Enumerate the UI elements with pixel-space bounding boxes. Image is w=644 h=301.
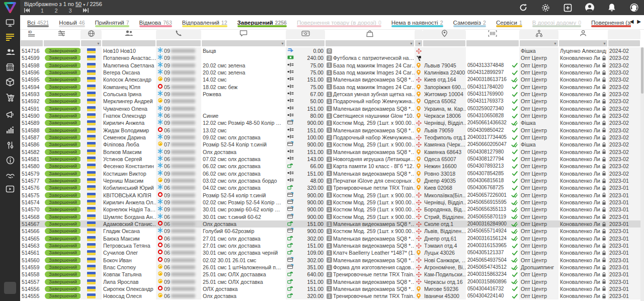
tab-відправлений[interactable]: Відправлений12 <box>182 15 227 29</box>
column-header-delivery-type[interactable] <box>415 29 423 39</box>
order-row-514570[interactable]: 514570ЗавершенийКорнелюк Надія Та…0930.0… <box>20 206 644 213</box>
order-row-514563[interactable]: 514563ЗавершенийПетровська Тетяна0627.01… <box>20 242 644 249</box>
column-header-source[interactable] <box>519 29 558 39</box>
filter-manager[interactable]: ▼ <box>559 40 607 46</box>
order-row-514594[interactable]: 514594ЗавершенийКомпанец Юля0518.02 смс … <box>20 84 644 91</box>
tab-повернення-товару-(в-дорозі)[interactable]: Повернення товару (в дорозі)0 <box>297 15 381 29</box>
support-icon[interactable] <box>628 2 640 14</box>
tab-в-дорозі-додому[interactable]: В дорозі додому0 <box>532 15 581 29</box>
refresh-icon[interactable] <box>517 2 529 14</box>
filter-phone[interactable] <box>156 40 201 46</box>
tab-повернення-(завершений)[interactable]: Повернення (завершений)125 <box>591 15 631 29</box>
page-2[interactable]: 2 <box>55 8 58 14</box>
tab-сервіси[interactable]: Сервіси1 <box>496 15 522 29</box>
sidebar-item-settings[interactable] <box>0 138 20 152</box>
order-row-514565[interactable]: 514565ЗавершенийБаюка Максим0627.01 смс … <box>20 235 644 242</box>
filter-client[interactable] <box>102 40 155 46</box>
order-row-514586[interactable]: 514586ЗавершенийФіліпова Люба07Розмір 52… <box>20 141 644 148</box>
order-row-514566[interactable]: 514566ЗавершенийГладик Оксана09Голубий 6… <box>20 228 644 235</box>
order-row-514557[interactable]: 514557ЗавершенийЛила Ярослав0925.01 смс … <box>20 278 644 285</box>
column-header-phone[interactable] <box>156 29 201 39</box>
column-header-products[interactable] <box>325 29 415 39</box>
order-row-514574[interactable]: 514574ЗавершенийКирилич Анжела Ол…0902.0… <box>20 199 644 206</box>
page-size-dropdown[interactable]: 50 <box>75 1 82 7</box>
filter-address[interactable] <box>423 40 465 46</box>
add-order-icon[interactable] <box>561 2 574 14</box>
vertical-scrollbar[interactable] <box>640 47 644 301</box>
filter-delivery-type[interactable]: ▼ <box>415 40 422 46</box>
filter-products[interactable]: ▼ <box>326 40 414 46</box>
sidebar-item-statistics[interactable] <box>0 123 20 136</box>
order-row-514556[interactable]: 514556ЗавершенийСиротюк Олександр09ОЛХ д… <box>20 285 644 292</box>
order-row-514581[interactable]: 514581ЗавершенийУстинов Сергей0607.02 см… <box>20 156 644 163</box>
column-header-date[interactable] <box>608 29 640 39</box>
order-row-514576[interactable]: 514576ЗавершенийКобилинський Юрий0604.02… <box>20 184 644 191</box>
order-row-514596[interactable]: 514596ЗавершенийВегера Оксана0920.02 смс… <box>20 69 644 76</box>
filter-comment[interactable]: ▼ <box>202 40 285 46</box>
order-row-514593[interactable]: 514593ЗавершенийСольська Ірина09Рожева67… <box>20 91 644 98</box>
order-row-514561[interactable]: 514561ЗавершенийСучилов Олег0630.01 смс … <box>20 249 644 256</box>
column-header-country[interactable] <box>80 29 102 39</box>
filter-payment[interactable] <box>286 40 325 46</box>
order-row-514579[interactable]: 514579ЗавершенийКостишин Виктор0906.02 с… <box>20 170 644 177</box>
order-row-514595[interactable]: 514595ЗавершенийКолосок Александр0914.02… <box>20 76 644 83</box>
order-row-514716[interactable]: 514716ЗавершенийНов10 Нов1009Выцв0.000Фі… <box>20 47 644 54</box>
column-header-address[interactable] <box>423 29 466 39</box>
filter-country[interactable]: ▼ <box>81 40 101 46</box>
tab-самовивіз[interactable]: Самовивіз2 <box>453 15 486 29</box>
sidebar-item-marketing[interactable] <box>0 108 20 121</box>
tabs-scroll-arrows[interactable]: ◀ ▶ <box>630 19 642 24</box>
app-logo-icon[interactable] <box>0 0 20 15</box>
filter-date[interactable] <box>608 40 640 46</box>
order-row-514577[interactable]: 514577ЗавершенийЧерниш Максим0903.02 смс… <box>20 177 644 184</box>
sidebar-item-products[interactable] <box>0 76 20 89</box>
sidebar-item-dashboard[interactable] <box>0 16 20 29</box>
order-row-514560[interactable]: 514560ЗавершенийБокоч Иван0902.02 30.01 … <box>20 257 644 264</box>
order-row-514592[interactable]: 514592ЗавершенийМерклингер Андрей0950.00… <box>20 98 644 105</box>
order-row-514559[interactable]: 514559ЗавершенийВлас Слотюу0626.01 смс 1… <box>20 264 644 271</box>
order-row-514580[interactable]: 514580ЗавершенийФесенко Константин0606.0… <box>20 163 644 170</box>
column-header-id[interactable]: ID <box>20 29 43 39</box>
scrollbar-thumb[interactable] <box>641 47 643 94</box>
order-row-514575[interactable]: 514575ЗавершенийКВІТОВСЬКА ЮЛІЯ09Розмір … <box>20 192 644 199</box>
sidebar-collapse-button[interactable] <box>4 282 16 294</box>
order-row-514598[interactable]: 514598ЗавершенийМалютина Светлана0920.02… <box>20 62 644 69</box>
sidebar-item-info[interactable] <box>0 154 20 167</box>
page-3[interactable]: 3 <box>69 8 72 14</box>
order-row-514590[interactable]: 514590ЗавершенийГнатюк Олексндр06Синие80… <box>20 112 644 119</box>
column-header-ttn[interactable] <box>466 29 519 39</box>
column-header-manager[interactable] <box>558 29 608 39</box>
sidebar-item-orders[interactable] <box>0 30 20 43</box>
settings-icon[interactable] <box>539 2 551 14</box>
filter-source[interactable]: ▼ <box>520 40 558 46</box>
order-row-514555[interactable]: 514555ЗавершенийНовосад Олеся06Олх доста… <box>20 292 644 299</box>
order-row-514591[interactable]: 514591ЗавершенийЧумаченко Олена09151.001… <box>20 105 644 112</box>
sidebar-item-purchases[interactable] <box>0 91 20 104</box>
tab-новый[interactable]: Новый46 <box>59 15 85 29</box>
tab-прийнятий[interactable]: Прийнятий7 <box>95 15 129 29</box>
order-row-514567[interactable]: 514567ЗавершенийАдамовский Станис…06Олх … <box>20 220 644 228</box>
tab-всі[interactable]: Всі4521 <box>27 15 49 29</box>
column-header-comment[interactable] <box>201 29 286 39</box>
first-page-icon[interactable] <box>24 8 30 14</box>
filter-status[interactable] <box>44 40 80 46</box>
tab-нема-в-наявності[interactable]: Нема в наявності2 <box>391 15 443 29</box>
order-row-514558[interactable]: 514558ЗавершенийКовпак Татьяна0925.01 см… <box>20 271 644 278</box>
profile-icon[interactable] <box>584 2 596 14</box>
order-row-514582[interactable]: 514582ЗавершенийВолков Максим09Олх доста… <box>20 148 644 156</box>
order-row-514589[interactable]: 514589ЗавершенийКирилич Анжела0912.02 см… <box>20 119 644 126</box>
column-header-payment[interactable] <box>286 29 325 39</box>
tab-завершений[interactable]: Завершений2256 <box>237 15 287 29</box>
sidebar-item-partners[interactable] <box>0 169 20 182</box>
sidebar-item-video-tutorials[interactable] <box>0 182 20 195</box>
column-header-client[interactable] <box>102 29 156 39</box>
sidebar-item-marketplace[interactable] <box>0 60 20 73</box>
filter-id[interactable] <box>21 40 43 46</box>
order-row-514587[interactable]: 514587ЗавершенийСеменюк Дарина0909.02 см… <box>20 134 644 141</box>
last-page-icon[interactable] <box>83 8 89 14</box>
column-header-status[interactable] <box>43 29 80 39</box>
filter-ttn[interactable] <box>466 40 519 46</box>
order-row-514599[interactable]: 514599ЗавершенийПотапенко Анастас…09240.… <box>20 54 644 61</box>
notifications-icon[interactable] <box>606 2 618 14</box>
tab-відмова[interactable]: Відмова763 <box>139 15 172 29</box>
